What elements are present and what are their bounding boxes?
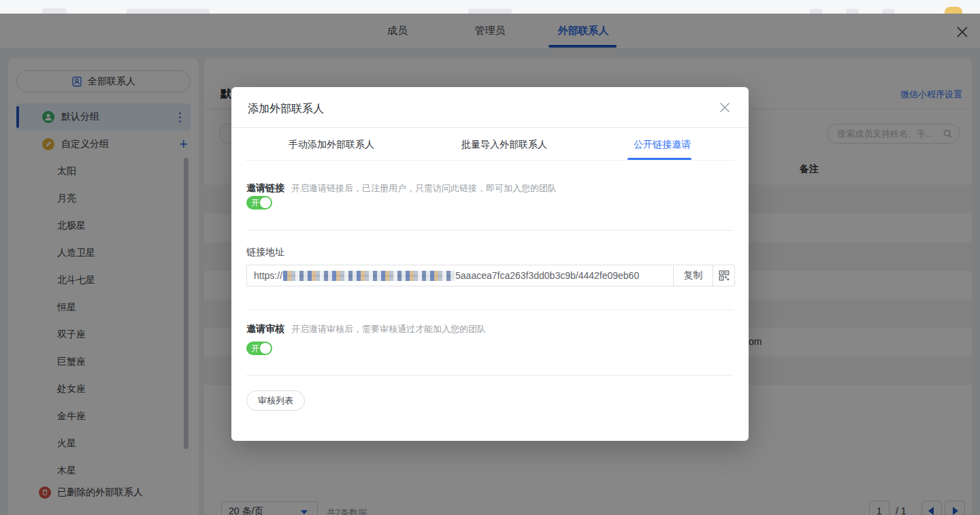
add-external-contact-modal: 添加外部联系人 手动添加外部联系人 批量导入外部联系人 公开链接邀请 邀请链接 … [231,87,749,441]
tab-manual-add[interactable]: 手动添加外部联系人 [286,139,377,151]
review-list-button[interactable]: 审核列表 [246,391,305,411]
link-address-label: 链接地址 [246,246,284,259]
modal-title: 添加外部联系人 [248,102,324,116]
url-prefix: https:// [254,270,282,281]
url-suffix: 5aaacea7fca263f3dd0b3c9b/4442fe09eb60 [455,270,639,281]
topbar-icon-remnant [882,9,894,14]
screen: 成员 管理员 外部联系人 全部联系人 [0,0,980,515]
toggle-knob [260,197,271,208]
app-topbar [0,0,980,14]
app-logo [42,8,67,14]
avatar [945,7,962,14]
toggle-on-label: 开 [251,344,259,353]
topbar-center-remnant [468,9,512,14]
invite-review-desc: 开启邀请审核后，需要审核通过才能加入您的团队 [291,323,486,335]
invite-link-label: 邀请链接 [246,182,284,195]
copy-link-button[interactable]: 复制 [674,265,713,286]
modal-tabbar: 手动添加外部联系人 批量导入外部联系人 公开链接邀请 [231,128,749,161]
invite-review-toggle[interactable]: 开 [246,342,272,355]
invite-link-desc: 开启邀请链接后，已注册用户，只需访问此链接，即可加入您的团队 [291,182,557,195]
toggle-on-label: 开 [251,198,259,207]
toggle-knob [260,343,271,354]
topbar-icon-remnant [810,9,822,14]
invite-url-group: https:// 5aaacea7fca263f3dd0b3c9b/4442fe… [246,265,735,286]
qr-code-button[interactable] [713,265,735,286]
modal-close-icon[interactable] [717,100,732,115]
modal-header: 添加外部联系人 [231,87,749,128]
invite-url-field[interactable]: https:// 5aaacea7fca263f3dd0b3c9b/4442fe… [246,265,674,286]
divider [246,230,734,231]
tab-public-link-invite[interactable]: 公开链接邀请 [632,139,693,151]
divider [246,375,734,376]
topbar-icon-remnant [846,9,858,14]
url-redacted-mosaic [283,271,455,281]
divider [246,310,734,310]
invite-link-toggle[interactable]: 开 [246,196,272,210]
topbar-text-remnant [127,9,210,14]
tab-batch-import[interactable]: 批量导入外部联系人 [459,139,550,151]
invite-review-label: 邀请审核 [246,323,284,335]
divider [245,160,735,161]
